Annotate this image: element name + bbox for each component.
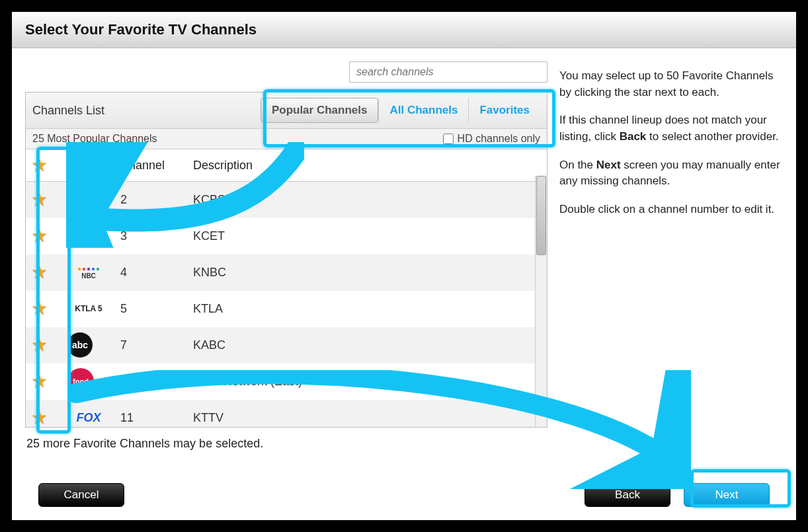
tab-favorites[interactable]: Favorites: [468, 98, 540, 123]
channel-number[interactable]: 5: [115, 291, 188, 327]
tab-popular-channels[interactable]: Popular Channels: [261, 98, 379, 123]
back-button[interactable]: Back: [585, 483, 670, 507]
channel-description: KTLA: [188, 291, 547, 327]
channel-description: Food Network (East): [188, 363, 547, 400]
channel-logo: KTLA 5: [67, 295, 110, 322]
column-channel: Channel: [115, 149, 188, 182]
next-button[interactable]: Next: [684, 483, 770, 507]
selection-footnote: 25 more Favorite Channels may be selecte…: [25, 428, 547, 460]
star-icon[interactable]: ★: [31, 299, 48, 318]
channel-logo: [67, 223, 110, 249]
scrollbar[interactable]: [535, 176, 547, 427]
channel-number[interactable]: 11: [115, 400, 188, 428]
star-icon[interactable]: ★: [31, 263, 48, 282]
channel-number[interactable]: 4: [115, 254, 188, 291]
dialog-window: Select Your Favorite TV Channels Channel…: [12, 12, 796, 520]
channel-logo: FOX: [67, 404, 110, 427]
table-row[interactable]: ★abc7KABC: [26, 327, 547, 363]
channel-logo: food: [67, 368, 94, 395]
table-row[interactable]: ★●●●●●NBC4KNBC: [26, 254, 547, 291]
channel-description: KTTV: [188, 400, 547, 428]
channel-number[interactable]: 2: [115, 182, 188, 218]
channel-description: KNBC: [188, 254, 547, 291]
channel-logo: ●●●●●NBC: [67, 259, 110, 285]
scrollbar-thumb[interactable]: [536, 176, 546, 255]
dialog-title: Select Your Favorite TV Channels: [12, 12, 796, 48]
panel-title: Channels List: [32, 104, 104, 118]
star-icon: ★: [31, 156, 48, 174]
star-icon[interactable]: ★: [31, 408, 48, 427]
channel-description: KABC: [188, 327, 547, 363]
channel-description: KCET: [188, 218, 547, 254]
hd-only-label[interactable]: HD channels only: [443, 133, 540, 145]
tabs: Popular Channels All Channels Favorites: [261, 98, 540, 123]
panel-subtitle: 25 Most Popular Channels: [32, 133, 157, 145]
column-image: Image: [62, 149, 115, 182]
star-icon[interactable]: ★: [31, 227, 48, 245]
table-row[interactable]: ★food8Food Network (East): [26, 363, 547, 400]
channel-logo: abc: [67, 332, 93, 358]
channel-logo: ●CBS: [67, 186, 110, 213]
hd-only-checkbox[interactable]: [443, 133, 454, 144]
channel-number[interactable]: 8: [115, 363, 188, 400]
channel-number[interactable]: 3: [115, 218, 188, 254]
star-icon[interactable]: ★: [31, 190, 48, 209]
table-row[interactable]: ★●CBS2KCBS: [26, 182, 547, 218]
column-star: ★: [26, 149, 62, 182]
star-icon[interactable]: ★: [31, 336, 48, 354]
column-description: Description: [188, 149, 547, 182]
cancel-button[interactable]: Cancel: [38, 483, 124, 507]
channels-panel: Channels List Popular Channels All Chann…: [25, 92, 547, 428]
star-icon[interactable]: ★: [31, 372, 48, 391]
channels-table: ★ Image Channel Description ★●CBS2KCBS★3…: [26, 149, 547, 427]
table-row[interactable]: ★FOX11KTTV: [26, 400, 547, 428]
table-row[interactable]: ★3KCET: [26, 218, 547, 254]
channel-description: KCBS: [188, 182, 547, 218]
tab-all-channels[interactable]: All Channels: [378, 98, 468, 123]
table-row[interactable]: ★KTLA 55KTLA: [26, 291, 547, 327]
channel-number[interactable]: 7: [115, 327, 188, 363]
help-text: You may select up to 50 Favorite Channel…: [559, 48, 783, 520]
search-input[interactable]: [349, 61, 547, 83]
